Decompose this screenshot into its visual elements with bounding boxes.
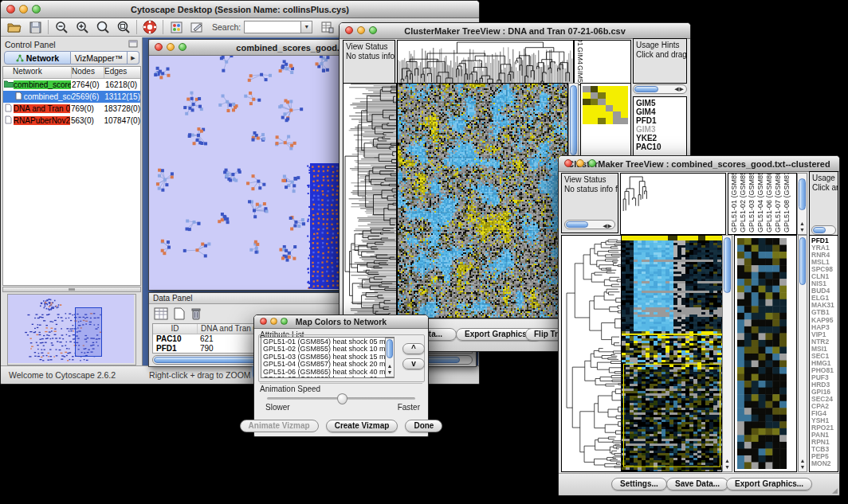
matrix-cell[interactable] <box>606 111 614 118</box>
matrix-cell[interactable] <box>591 99 599 105</box>
zoom-out-icon[interactable] <box>51 19 72 35</box>
heatmap-canvas[interactable] <box>622 236 723 471</box>
matrix-cell[interactable] <box>598 99 606 105</box>
matrix-cell[interactable] <box>621 105 629 111</box>
attribute-list-vscrollbar[interactable]: ▲▼ <box>385 338 395 377</box>
new-attribute-icon[interactable] <box>174 307 185 323</box>
main-titlebar[interactable]: Cytoscape Desktop (Session Name: collins… <box>1 1 479 18</box>
move-up-button[interactable]: ^ <box>402 343 425 354</box>
search-dropdown-arrow[interactable]: ▾ <box>301 21 312 33</box>
labels-vscrollbar[interactable]: ▲▼ <box>797 173 807 235</box>
column-label[interactable]: GPL51-01 (GSM854) <box>730 174 738 232</box>
network-overview-panel[interactable] <box>7 294 136 365</box>
zoom-button[interactable] <box>179 43 186 51</box>
row-dendrogram-panel[interactable] <box>343 83 397 318</box>
matrix-cell[interactable] <box>613 105 621 111</box>
zoom-button[interactable] <box>32 5 41 14</box>
column-label[interactable]: GIM5 <box>576 65 584 83</box>
heatmap-canvas[interactable] <box>398 84 567 318</box>
matrix-cell[interactable] <box>591 92 599 99</box>
column-label[interactable]: GPL51-07 (GSM868) <box>774 174 782 232</box>
close-button[interactable] <box>345 26 353 34</box>
column-dendrogram-canvas[interactable] <box>621 174 725 234</box>
float-panel-icon[interactable] <box>128 40 138 49</box>
table-row[interactable]: RNAPuberNov2+ 563(0) 107847(0) <box>3 115 140 127</box>
matrix-cell[interactable] <box>583 111 591 118</box>
matrix-cell[interactable] <box>583 86 591 92</box>
slider-thumb[interactable] <box>337 393 347 404</box>
column-dendrogram-panel[interactable] <box>620 173 726 235</box>
scroll-arrows-icon[interactable]: ▲▼ <box>723 458 732 471</box>
scroll-arrows-icon[interactable]: ◀▶ <box>603 221 613 231</box>
map-dialog-titlebar[interactable]: Map Colors to Network <box>254 315 428 329</box>
table-row[interactable]: DNA and Tran 07 769(0) 183728(0) <box>3 103 140 115</box>
minimize-button[interactable] <box>270 318 277 325</box>
gene-label[interactable]: GIM4 <box>636 107 686 116</box>
zoom-selected-icon[interactable] <box>113 19 134 35</box>
column-label[interactable]: GIM4 <box>576 47 584 64</box>
matrix-cell[interactable] <box>606 118 614 124</box>
scroll-arrows-icon[interactable]: ▲▼ <box>799 458 807 471</box>
row-dendrogram-panel[interactable] <box>561 235 622 472</box>
matrix-cell[interactable] <box>621 99 629 105</box>
move-down-button[interactable]: v <box>402 358 425 369</box>
minimize-button[interactable] <box>357 26 365 34</box>
open-file-button[interactable] <box>4 19 25 35</box>
treeview-dna-titlebar[interactable]: ClusterMaker TreeView : DNA and Tran 07-… <box>340 23 690 39</box>
gene-label[interactable]: GIM5 <box>636 99 686 107</box>
scrollbar-thumb[interactable] <box>813 227 826 233</box>
matrix-cell[interactable] <box>591 105 599 111</box>
scroll-arrows-icon[interactable]: ◀▶ <box>674 86 685 92</box>
table-row-selected[interactable]: combined_sco 2569(6) 13112(15) <box>3 91 140 103</box>
column-label[interactable]: GPL51-06 (GSM865) <box>765 174 773 232</box>
zoom-button[interactable] <box>281 318 288 325</box>
matrix-cell[interactable] <box>613 118 621 124</box>
tab-overflow-button[interactable]: ▶ <box>128 51 139 64</box>
search-input[interactable] <box>244 21 301 33</box>
column-label[interactable]: GPL51-04 (GSM857) <box>756 174 764 232</box>
matrix-cell[interactable] <box>613 99 621 105</box>
minimize-button[interactable] <box>167 43 175 51</box>
panel-divider-handle[interactable] <box>2 287 141 292</box>
scrollbar-thumb[interactable] <box>724 237 731 293</box>
heatmap-vscrollbar[interactable]: ▲▼ <box>722 235 732 472</box>
matrix-cell[interactable] <box>621 118 629 124</box>
matrix-cell[interactable] <box>606 92 614 99</box>
gene-label[interactable]: MON2 <box>811 460 838 467</box>
zoom-fit-icon[interactable] <box>92 19 113 35</box>
matrix-cell[interactable] <box>621 86 629 92</box>
column-label[interactable]: GPL51-03 (GSM856) <box>748 174 756 232</box>
column-dendrogram-canvas[interactable] <box>398 41 573 84</box>
gene-label[interactable]: YKE2 <box>636 134 686 143</box>
scrollbar-thumb[interactable] <box>570 85 577 155</box>
gene-label[interactable]: GIM3 <box>636 125 686 134</box>
export-graphics-button[interactable]: Export Graphics... <box>726 478 812 490</box>
treeview-combined-titlebar[interactable]: ClusterMaker TreeView : combined_scores_… <box>559 156 839 172</box>
matrix-cell[interactable] <box>606 105 614 111</box>
zoom-button[interactable] <box>588 159 596 167</box>
minimize-button[interactable] <box>19 5 28 14</box>
vizmapper-styles-icon[interactable] <box>166 19 186 35</box>
save-button[interactable] <box>25 19 45 35</box>
scroll-arrows-icon[interactable]: ▲▼ <box>798 221 807 233</box>
matrix-cell[interactable] <box>606 99 614 105</box>
matrix-cell[interactable] <box>613 86 621 92</box>
network-table-header[interactable]: Network Nodes Edges <box>3 67 140 79</box>
matrix-cell[interactable] <box>591 86 599 92</box>
scroll-arrows-icon[interactable]: ▲▼ <box>386 363 394 376</box>
scrollbar-thumb[interactable] <box>799 178 806 210</box>
resize-grip[interactable]: ◢ <box>832 486 838 494</box>
column-dendrogram-panel[interactable] <box>397 40 574 85</box>
network-overview-canvas[interactable] <box>8 295 134 363</box>
matrix-cell[interactable] <box>583 92 591 99</box>
tab-vizmapper[interactable]: VizMapper™ <box>71 51 128 64</box>
settings-button[interactable]: Settings... <box>611 478 667 490</box>
selection-zoom-canvas[interactable] <box>737 238 787 469</box>
scrollbar-thumb[interactable] <box>387 339 393 358</box>
create-vizmap-button[interactable]: Create Vizmap <box>326 420 398 432</box>
close-button[interactable] <box>155 43 163 51</box>
attribute-list-item[interactable]: GPL51-07 (GSM868) heat shock 60 min <box>263 376 394 378</box>
heatmap-panel[interactable] <box>621 235 724 472</box>
scrollbar-thumb[interactable] <box>566 221 588 228</box>
delete-attribute-icon[interactable] <box>190 307 202 323</box>
